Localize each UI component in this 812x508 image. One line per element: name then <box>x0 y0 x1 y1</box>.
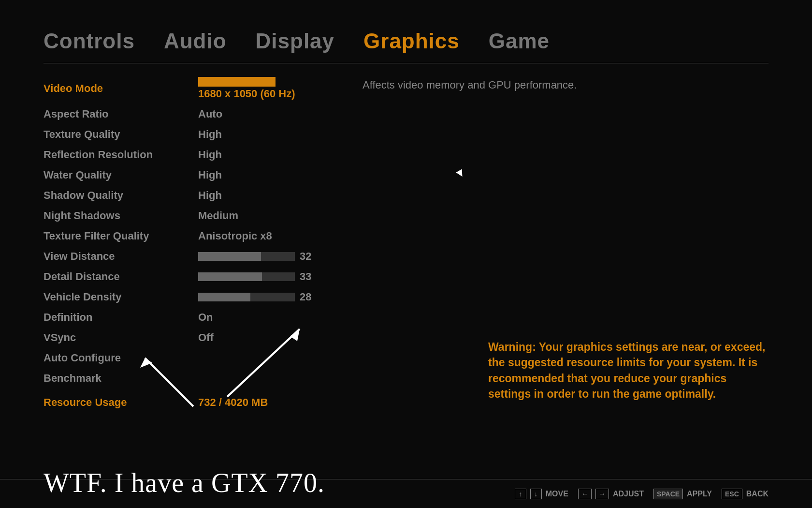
video-mode-value-container: 812 x 508 (60 Hz) <box>198 77 295 100</box>
night-shadows-value: Medium <box>198 209 238 222</box>
right-key: → <box>595 489 609 499</box>
vsync-label: VSync <box>44 331 198 344</box>
auto-configure-label: Auto Configure <box>44 352 198 364</box>
adjust-label: ADJUST <box>613 490 644 498</box>
back-hint: ESC BACK <box>722 489 768 499</box>
vehicle-density-label: Vehicle Density <box>44 291 198 303</box>
view-distance-value: 32 <box>300 250 311 263</box>
move-label: MOVE <box>546 490 568 498</box>
detail-distance-label: Detail Distance <box>44 270 198 283</box>
view-distance-slider-container: 32 <box>198 250 311 263</box>
reflection-resolution-value: High <box>198 149 222 161</box>
definition-value: On <box>198 311 213 324</box>
space-key[interactable]: SPACE <box>653 489 683 499</box>
water-quality-row[interactable]: Water Quality High <box>44 165 343 185</box>
vsync-value: Off <box>198 331 214 344</box>
vehicle-density-fill <box>198 293 250 301</box>
view-distance-label: View Distance <box>44 250 198 263</box>
reflection-resolution-label: Reflection Resolution <box>44 149 198 161</box>
detail-distance-row[interactable]: Detail Distance 33 <box>44 267 343 287</box>
resource-usage-value: 732 / 4020 MB <box>198 396 268 409</box>
auto-configure-row[interactable]: Auto Configure <box>44 348 343 368</box>
texture-quality-value: High <box>198 128 222 141</box>
texture-quality-label: Texture Quality <box>44 128 198 141</box>
view-distance-track[interactable] <box>198 252 295 261</box>
detail-distance-track[interactable] <box>198 272 295 281</box>
video-mode-label: Video Mode <box>44 82 198 95</box>
wtf-annotation: WTF. I have a GTX 770. <box>44 467 325 498</box>
video-mode-row[interactable]: Video Mode 812 x 508 (60 Hz) <box>44 73 343 104</box>
settings-list: Video Mode 812 x 508 (60 Hz) Aspect Ra… <box>44 73 343 414</box>
down-key: ↓ <box>530 489 542 499</box>
shadow-quality-row[interactable]: Shadow Quality High <box>44 185 343 206</box>
shadow-quality-label: Shadow Quality <box>44 189 198 202</box>
up-key: ↑ <box>515 489 526 499</box>
nav-graphics[interactable]: Graphics <box>363 29 460 53</box>
detail-distance-value: 33 <box>300 270 311 283</box>
water-quality-value: High <box>198 169 222 181</box>
vehicle-density-slider-container: 28 <box>198 291 311 303</box>
apply-label: APPLY <box>687 490 712 498</box>
aspect-ratio-row[interactable]: Aspect Ratio Auto <box>44 104 343 124</box>
resource-usage-label: Resource Usage <box>44 396 198 409</box>
adjust-hint: ← → ADJUST <box>578 489 644 499</box>
texture-quality-row[interactable]: Texture Quality High <box>44 124 343 145</box>
move-hint: ↑ ↓ MOVE <box>515 489 568 499</box>
vsync-row[interactable]: VSync Off <box>44 328 343 348</box>
texture-filter-quality-value: Anisotropic x8 <box>198 230 272 242</box>
nav-audio[interactable]: Audio <box>164 29 227 53</box>
reflection-resolution-row[interactable]: Reflection Resolution High <box>44 145 343 165</box>
resource-usage-row: Resource Usage 732 / 4020 MB <box>44 388 343 414</box>
definition-row[interactable]: Definition On <box>44 307 343 328</box>
left-key: ← <box>578 489 592 499</box>
nav-game[interactable]: Game <box>489 29 550 53</box>
video-mode-value: 812 x 508 (60 Hz) <box>198 88 295 100</box>
nav-display[interactable]: Display <box>256 29 335 53</box>
view-distance-fill <box>198 252 261 261</box>
aspect-ratio-label: Aspect Ratio <box>44 108 198 120</box>
vehicle-density-row[interactable]: Vehicle Density 28 <box>44 287 343 307</box>
definition-label: Definition <box>44 311 198 324</box>
benchmark-label: Benchmark <box>44 372 198 385</box>
warning-text: Warning: Your graphics settings are near… <box>488 339 768 402</box>
night-shadows-row[interactable]: Night Shadows Medium <box>44 206 343 226</box>
texture-filter-quality-row[interactable]: Texture Filter Quality Anisotropic x8 <box>44 226 343 246</box>
shadow-quality-value: High <box>198 189 222 202</box>
vehicle-density-track[interactable] <box>198 293 295 301</box>
esc-key[interactable]: ESC <box>722 489 742 499</box>
main-nav: Controls Audio Display Graphics Game <box>0 0 812 63</box>
water-quality-label: Water Quality <box>44 169 198 181</box>
detail-distance-slider-container: 33 <box>198 270 311 283</box>
video-mode-bar <box>198 77 276 87</box>
back-label: BACK <box>746 490 768 498</box>
benchmark-row[interactable]: Benchmark <box>44 368 343 388</box>
aspect-ratio-value: Auto <box>198 108 222 120</box>
night-shadows-label: Night Shadows <box>44 209 198 222</box>
apply-hint: SPACE APPLY <box>653 489 712 499</box>
description-text: Affects video memory and GPU performance… <box>362 78 604 93</box>
nav-controls[interactable]: Controls <box>44 29 135 53</box>
view-distance-row[interactable]: View Distance 32 <box>44 246 343 267</box>
texture-filter-quality-label: Texture Filter Quality <box>44 230 198 242</box>
vehicle-density-value: 28 <box>300 291 311 303</box>
detail-distance-fill <box>198 272 262 281</box>
